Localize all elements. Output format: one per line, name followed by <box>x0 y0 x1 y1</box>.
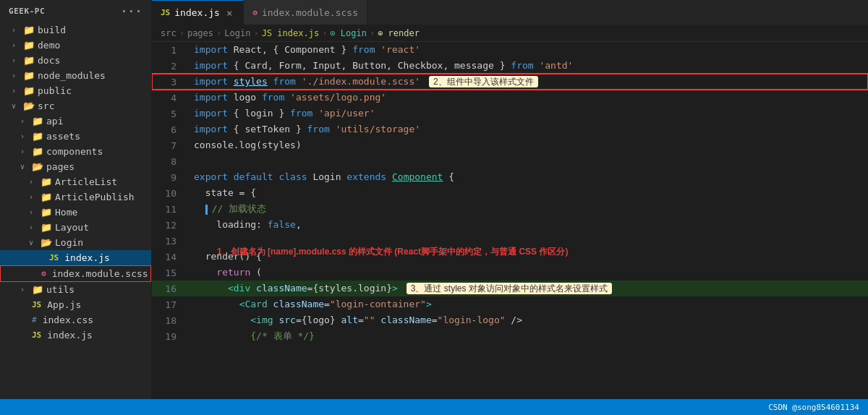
sidebar-item-label: index.js <box>64 252 110 263</box>
sidebar-item-index-js[interactable]: JSindex.js <box>0 250 151 265</box>
annotation-2: 2、组件中导入该样式文件 <box>429 76 538 87</box>
line-number: 10 <box>152 188 188 199</box>
chevron-right-icon: › <box>20 147 29 155</box>
breadcrumb: src › pages › Login › JS index.js › ⊙ Lo… <box>152 25 868 42</box>
sidebar-item-components[interactable]: ›📁components <box>0 144 151 159</box>
sidebar: GEEK-PC ··· ›📁build ›📁demo ›📁docs ›📁node… <box>0 0 152 399</box>
chevron-right-icon: › <box>20 132 29 140</box>
line-content: import styles from './index.module.scss'… <box>188 74 868 90</box>
chevron-down-icon: ∨ <box>29 239 38 247</box>
line-number: 11 <box>152 204 188 215</box>
folder-icon: 📁 <box>23 70 35 81</box>
folder-icon: 📁 <box>23 85 35 96</box>
sidebar-item-public[interactable]: ›📁public <box>0 83 151 98</box>
folder-icon: 📁 <box>41 207 52 218</box>
line-number: 8 <box>152 156 188 167</box>
sidebar-item-index-css[interactable]: #index.css <box>0 312 151 328</box>
folder-icon: 📁 <box>32 146 43 157</box>
sidebar-item-label: ArticleList <box>55 176 117 187</box>
sidebar-item-index-js-root[interactable]: JSindex.js <box>0 328 151 343</box>
sidebar-item-docs[interactable]: ›📁docs <box>0 53 151 68</box>
line-number: 12 <box>152 220 188 231</box>
line-number: 4 <box>152 93 188 103</box>
sidebar-item-assets[interactable]: ›📁assets <box>0 129 151 144</box>
sidebar-item-src[interactable]: ∨📂src <box>0 98 151 114</box>
line-content: import React, { Component } from 'react' <box>188 42 868 58</box>
code-line-5: 5 import { login } from 'api/user' <box>152 106 868 121</box>
chevron-right-icon: › <box>29 223 38 231</box>
scss-file-icon: ⚙ <box>252 8 258 17</box>
sidebar-item-app-js[interactable]: JSApp.js <box>0 297 151 312</box>
sidebar-item-label: App.js <box>47 299 81 310</box>
line-number: 5 <box>152 108 188 119</box>
sidebar-item-label: src <box>38 100 54 111</box>
tab-label: index.js <box>174 7 220 18</box>
folder-icon: 📁 <box>23 40 35 51</box>
code-line-19: 19 {/* 表单 */} <box>152 328 868 344</box>
line-number: 2 <box>152 61 188 72</box>
code-line-7: 7 console.log(styles) <box>152 137 868 153</box>
code-line-9: 9 export default class Login extends Com… <box>152 169 868 185</box>
folder-icon: 📁 <box>32 116 43 127</box>
tab-close-icon[interactable]: × <box>224 7 234 20</box>
annotation-3: 3、通过 styles 对象访问对象中的样式名来设置样式 <box>407 283 612 294</box>
chevron-right-icon: › <box>12 26 20 34</box>
code-line-13: 13 <box>152 233 868 249</box>
sidebar-item-home[interactable]: ›📁Home <box>0 205 151 220</box>
chevron-right-icon: › <box>20 117 29 125</box>
line-number: 14 <box>152 252 188 262</box>
folder-icon: 📁 <box>41 222 52 233</box>
sidebar-item-api[interactable]: ›📁api <box>0 114 151 129</box>
line-number: 15 <box>152 268 188 278</box>
chevron-right-icon: › <box>29 178 38 186</box>
sidebar-item-node-modules[interactable]: ›📁node_modules <box>0 68 151 83</box>
sidebar-item-label: Layout <box>55 222 89 233</box>
breadcrumb-sep: › <box>179 28 184 38</box>
chevron-right-icon: › <box>12 87 20 95</box>
line-number: 3 <box>152 77 188 87</box>
line-number: 18 <box>152 315 188 326</box>
line-number: 17 <box>152 299 188 310</box>
sidebar-item-index-module-scss[interactable]: ⚙index.module.scss <box>0 265 151 282</box>
breadcrumb-part: ⊕ render <box>378 28 420 38</box>
line-number: 1 <box>152 45 188 56</box>
sidebar-item-label: demo <box>38 40 60 51</box>
sidebar-menu-icon[interactable]: ··· <box>120 4 142 18</box>
sidebar-item-layout[interactable]: ›📁Layout <box>0 220 151 235</box>
line-content: import { login } from 'api/user' <box>188 106 868 121</box>
sidebar-item-utils[interactable]: ›📁utils <box>0 282 151 297</box>
code-line-14: 14 render() { <box>152 249 868 265</box>
line-content: // 加载状态 <box>188 201 868 217</box>
sidebar-item-pages[interactable]: ∨📂pages <box>0 159 151 174</box>
line-content: {/* 表单 */} <box>188 328 868 344</box>
folder-icon: 📁 <box>41 192 52 202</box>
line-content: import logo from 'assets/logo.png' <box>188 90 868 106</box>
sidebar-item-label: Home <box>55 207 77 218</box>
chevron-right-icon: › <box>12 41 20 49</box>
sidebar-item-label: index.module.scss <box>52 268 148 279</box>
line-content: console.log(styles) <box>188 137 868 153</box>
chevron-right-icon: › <box>20 286 29 294</box>
sidebar-item-login[interactable]: ∨📂Login <box>0 235 151 250</box>
sidebar-item-build[interactable]: ›📁build <box>0 22 151 38</box>
sidebar-item-articlepublish[interactable]: ›📁ArticlePublish <box>0 189 151 205</box>
tab-index-module-scss[interactable]: ⚙ index.module.scss <box>244 0 367 25</box>
line-number: 19 <box>152 331 188 342</box>
sidebar-item-articlelist[interactable]: ›📁ArticleList <box>0 174 151 189</box>
sidebar-item-demo[interactable]: ›📁demo <box>0 38 151 53</box>
code-line-3: 3 import styles from './index.module.scs… <box>152 74 868 90</box>
breadcrumb-sep: › <box>216 28 221 38</box>
sidebar-item-label: pages <box>46 161 75 172</box>
chevron-down-icon: ∨ <box>20 163 29 171</box>
sidebar-item-label: build <box>38 25 66 35</box>
tab-index-js[interactable]: JS index.js × <box>152 0 244 25</box>
sidebar-title: GEEK-PC ··· <box>0 0 151 22</box>
code-line-11: 11 // 加载状态 <box>152 201 868 217</box>
code-line-18: 18 <img src={logo} alt="" className="log… <box>152 312 868 328</box>
chevron-right-icon: › <box>29 193 38 201</box>
breadcrumb-sep: › <box>322 28 327 38</box>
code-editor[interactable]: 1、创建名为 [name].module.css 的样式文件 (React脚手架… <box>152 42 868 399</box>
folder-open-icon: 📂 <box>41 237 52 248</box>
breadcrumb-sep: › <box>370 28 375 38</box>
chevron-right-icon: › <box>12 56 20 64</box>
